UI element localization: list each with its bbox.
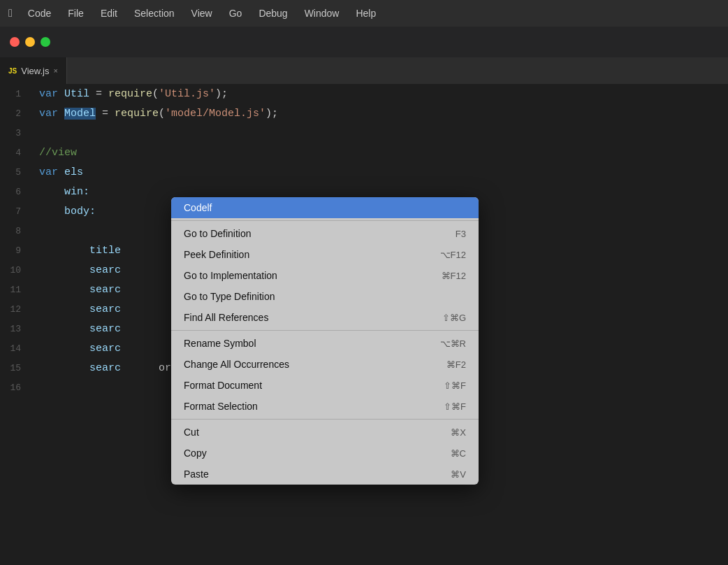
context-menu-item-go-to-type-definition[interactable]: Go to Type Definition — [171, 286, 479, 307]
context-menu-item-cut[interactable]: Cut ⌘X — [171, 422, 479, 443]
context-menu: Codelf Go to Definition F3 Peek Definiti… — [171, 197, 479, 485]
context-menu-item-peek-definition[interactable]: Peek Definition ⌥F12 — [171, 244, 479, 265]
format-doc-shortcut: ⇧⌘F — [444, 380, 466, 391]
context-menu-item-go-to-implementation[interactable]: Go to Implementation ⌘F12 — [171, 265, 479, 286]
traffic-light-fullscreen[interactable] — [41, 37, 50, 47]
context-menu-item-format-selection[interactable]: Format Selection ⇧⌘F — [171, 396, 479, 417]
go-to-type-def-label: Go to Type Definition — [184, 291, 275, 302]
context-menu-item-format-document[interactable]: Format Document ⇧⌘F — [171, 375, 479, 396]
menu-help[interactable]: Help — [349, 5, 383, 22]
context-menu-item-change-all-occurrences[interactable]: Change All Occurrences ⌘F2 — [171, 354, 479, 375]
code-line-5: 5 var els — [0, 162, 728, 182]
tab-bar: JS View.js × — [0, 57, 728, 84]
cut-label: Cut — [184, 427, 199, 438]
format-sel-label: Format Selection — [184, 401, 258, 412]
traffic-light-minimize[interactable] — [25, 37, 35, 47]
go-to-def-label: Go to Definition — [184, 228, 252, 239]
tab-close-button[interactable]: × — [53, 66, 57, 75]
menu-edit[interactable]: Edit — [94, 5, 124, 22]
separator-2 — [171, 330, 479, 331]
go-to-impl-label: Go to Implementation — [184, 270, 277, 281]
traffic-lights — [10, 37, 50, 47]
code-line-4: 4 //view — [0, 143, 728, 162]
context-menu-item-find-all-references[interactable]: Find All References ⇧⌘G — [171, 307, 479, 328]
menu-view[interactable]: View — [184, 5, 219, 22]
context-menu-item-go-to-definition[interactable]: Go to Definition F3 — [171, 223, 479, 244]
change-all-occ-label: Change All Occurrences — [184, 359, 289, 370]
context-menu-item-rename-symbol[interactable]: Rename Symbol ⌥⌘R — [171, 333, 479, 354]
menu-file[interactable]: File — [61, 5, 91, 22]
go-to-impl-shortcut: ⌘F12 — [442, 271, 466, 281]
separator-3 — [171, 419, 479, 420]
copy-shortcut: ⌘C — [451, 448, 466, 459]
change-all-occ-shortcut: ⌘F2 — [446, 359, 466, 370]
paste-label: Paste — [184, 469, 209, 480]
js-badge: JS — [8, 67, 17, 75]
rename-symbol-shortcut: ⌥⌘R — [440, 338, 466, 349]
rename-symbol-label: Rename Symbol — [184, 338, 256, 349]
apple-icon:  — [8, 7, 13, 20]
traffic-light-close[interactable] — [10, 37, 20, 47]
go-to-def-shortcut: F3 — [456, 229, 466, 239]
menu-window[interactable]: Window — [298, 5, 347, 22]
code-line-3: 3 — [0, 123, 728, 143]
cut-shortcut: ⌘X — [451, 427, 466, 438]
menu-code[interactable]: Code — [21, 5, 58, 22]
code-line-2: 2 var Model = require('model/Model.js'); — [0, 103, 728, 123]
paste-shortcut: ⌘V — [451, 469, 466, 480]
menu-debug[interactable]: Debug — [252, 5, 294, 22]
format-sel-shortcut: ⇧⌘F — [444, 401, 466, 412]
separator-1 — [171, 220, 479, 221]
format-doc-label: Format Document — [184, 380, 262, 391]
editor-area: JS View.js × 1 var Util = require('Util.… — [0, 57, 728, 565]
context-menu-item-copy[interactable]: Copy ⌘C — [171, 443, 479, 464]
copy-label: Copy — [184, 448, 207, 459]
context-menu-item-paste[interactable]: Paste ⌘V — [171, 464, 479, 485]
context-menu-item-codelf[interactable]: Codelf — [171, 197, 479, 218]
code-line-1: 1 var Util = require('Util.js'); — [0, 84, 728, 103]
tab-filename: View.js — [21, 66, 49, 76]
tab-viewjs[interactable]: JS View.js × — [0, 57, 67, 84]
menu-bar:  Code File Edit Selection View Go Debug… — [0, 0, 728, 27]
menu-selection[interactable]: Selection — [127, 5, 182, 22]
find-all-refs-shortcut: ⇧⌘G — [442, 313, 466, 323]
title-bar — [0, 27, 728, 57]
menu-go[interactable]: Go — [222, 5, 249, 22]
codelf-label: Codelf — [184, 202, 212, 213]
find-all-refs-label: Find All References — [184, 312, 268, 323]
peek-def-shortcut: ⌥F12 — [440, 250, 466, 260]
peek-def-label: Peek Definition — [184, 249, 249, 260]
